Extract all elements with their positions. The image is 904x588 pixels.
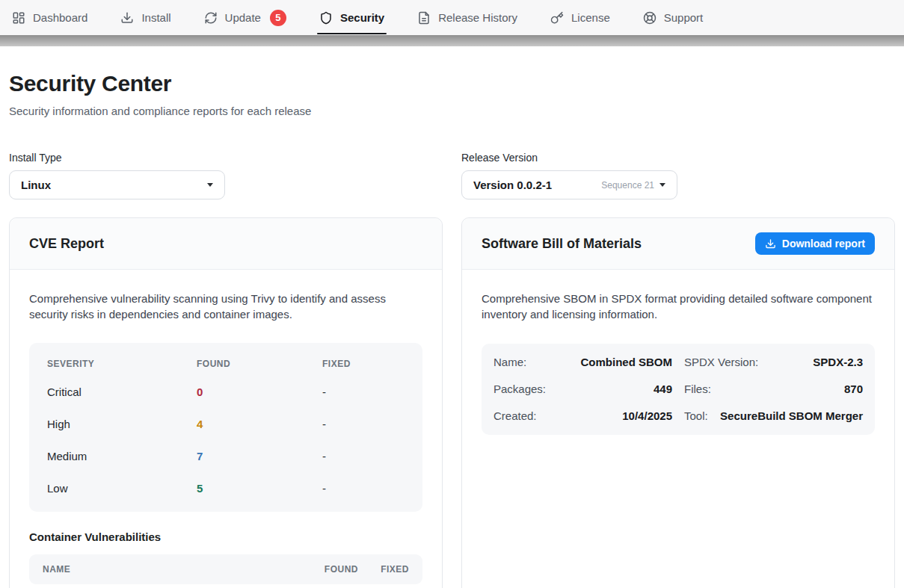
release-sequence-text: Sequence 21 [601, 180, 654, 191]
detail-label: Created: [493, 409, 537, 422]
table-row: Medium 7 - [47, 440, 405, 472]
found-count: 0 [197, 386, 322, 398]
install-type-filter: Install Type Linux [9, 152, 443, 199]
found-count: 5 [197, 482, 322, 495]
severity-label: Low [47, 482, 197, 495]
col-found: FOUND [197, 359, 322, 369]
found-count: 7 [197, 450, 322, 462]
severity-label: Critical [47, 386, 197, 398]
download-icon [120, 11, 134, 25]
cve-report-body: Comprehensive vulnerability scanning usi… [10, 270, 442, 588]
dashboard-icon [12, 11, 25, 25]
download-report-button[interactable]: Download report [755, 232, 875, 255]
detail-cell: Tool: SecureBuild SBOM Merger [684, 409, 863, 422]
cve-report-title: CVE Report [29, 236, 104, 252]
cve-report-card: CVE Report Comprehensive vulnerability s… [9, 217, 443, 588]
col-found: FOUND [298, 564, 358, 575]
table-row: Packages: 449 Files: 870 [493, 376, 863, 403]
nav-label: Install [141, 11, 170, 24]
detail-label: Name: [493, 356, 526, 368]
install-type-select[interactable]: Linux [9, 170, 225, 199]
table-row: Low 5 - [47, 472, 405, 504]
detail-cell: SPDX Version: SPDX-2.3 [684, 356, 863, 368]
severity-label: Medium [47, 450, 197, 462]
nav-label: Update [225, 11, 261, 24]
table-row: Name: Combined SBOM SPDX Version: SPDX-2… [493, 349, 863, 376]
col-severity: SEVERITY [47, 359, 197, 369]
col-name: NAME [43, 564, 298, 575]
cards-grid: CVE Report Comprehensive vulnerability s… [9, 217, 895, 588]
detail-value: SecureBuild SBOM Merger [720, 409, 863, 422]
document-icon [417, 11, 431, 25]
nav-item-dashboard[interactable]: Dashboard [12, 0, 87, 35]
fixed-count: - [322, 450, 405, 462]
top-navigation: Dashboard Install Update 5 Security Rele… [0, 0, 904, 35]
container-vulnerabilities-title: Container Vulnerabilities [29, 530, 422, 543]
table-row: Created: 10/4/2025 Tool: SecureBuild SBO… [493, 403, 863, 430]
divider-band [0, 35, 904, 46]
release-version-select[interactable]: Version 0.0.2-1 Sequence 21 [461, 170, 677, 199]
chevron-down-icon [207, 183, 213, 187]
detail-value: 870 [844, 383, 863, 395]
detail-label: SPDX Version: [684, 356, 758, 368]
sbom-description: Comprehensive SBOM in SPDX format provid… [482, 291, 875, 323]
detail-value: 10/4/2025 [622, 409, 672, 422]
cve-report-description: Comprehensive vulnerability scanning usi… [29, 291, 422, 323]
sbom-details-table: Name: Combined SBOM SPDX Version: SPDX-2… [482, 344, 875, 435]
sbom-card: Software Bill of Materials Download repo… [461, 217, 895, 588]
severity-table-header: SEVERITY FOUND FIXED [47, 349, 405, 376]
detail-cell: Name: Combined SBOM [493, 356, 672, 368]
download-icon [765, 238, 776, 250]
page-title: Security Center [9, 71, 895, 96]
fixed-count: - [322, 386, 405, 398]
release-version-filter: Release Version Version 0.0.2-1 Sequence… [461, 152, 895, 199]
detail-value: Combined SBOM [581, 356, 673, 368]
col-fixed: FIXED [322, 359, 405, 369]
download-report-label: Download report [782, 238, 865, 250]
install-type-value: Linux [21, 179, 51, 191]
key-icon [550, 11, 564, 25]
severity-label: High [47, 418, 197, 430]
filters-row: Install Type Linux Release Version Versi… [9, 152, 895, 199]
nav-item-support[interactable]: Support [643, 0, 704, 35]
sbom-body: Comprehensive SBOM in SPDX format provid… [462, 270, 894, 456]
install-type-label: Install Type [9, 152, 443, 164]
detail-cell: Files: 870 [684, 383, 863, 395]
cve-report-header: CVE Report [10, 218, 442, 270]
chevron-down-icon [659, 183, 665, 187]
life-buoy-icon [643, 11, 657, 25]
nav-label: License [571, 11, 610, 24]
detail-value: SPDX-2.3 [813, 356, 863, 368]
sbom-header: Software Bill of Materials Download repo… [462, 218, 894, 270]
fixed-count: - [322, 418, 405, 430]
detail-label: Files: [684, 383, 711, 395]
detail-label: Tool: [684, 409, 708, 422]
table-row: High 4 - [47, 408, 405, 440]
refresh-icon [204, 11, 218, 25]
nav-label: Dashboard [33, 11, 87, 24]
nav-label: Support [664, 11, 704, 24]
col-fixed: FIXED [358, 564, 409, 575]
main-content: Security Center Security information and… [0, 71, 904, 588]
nav-item-license[interactable]: License [550, 0, 610, 35]
nav-item-install[interactable]: Install [120, 0, 170, 35]
nav-item-security[interactable]: Security [319, 0, 384, 35]
nav-label: Security [340, 11, 384, 24]
found-count: 4 [197, 418, 322, 430]
shield-icon [319, 11, 333, 25]
detail-cell: Packages: 449 [493, 383, 672, 395]
update-count-badge: 5 [270, 10, 286, 26]
release-version-label: Release Version [461, 152, 895, 164]
release-version-value: Version 0.0.2-1 [473, 179, 552, 191]
table-row: Critical 0 - [47, 376, 405, 408]
detail-cell: Created: 10/4/2025 [493, 409, 672, 422]
page-subtitle: Security information and compliance repo… [9, 105, 895, 117]
nav-item-update[interactable]: Update 5 [204, 0, 286, 35]
nav-item-release-history[interactable]: Release History [417, 0, 517, 35]
severity-table: SEVERITY FOUND FIXED Critical 0 - High 4… [29, 343, 422, 512]
fixed-count: - [322, 482, 405, 495]
detail-label: Packages: [493, 383, 546, 395]
nav-label: Release History [438, 11, 517, 24]
sbom-title: Software Bill of Materials [482, 236, 642, 252]
container-vulnerabilities-header: NAME FOUND FIXED [29, 554, 422, 584]
